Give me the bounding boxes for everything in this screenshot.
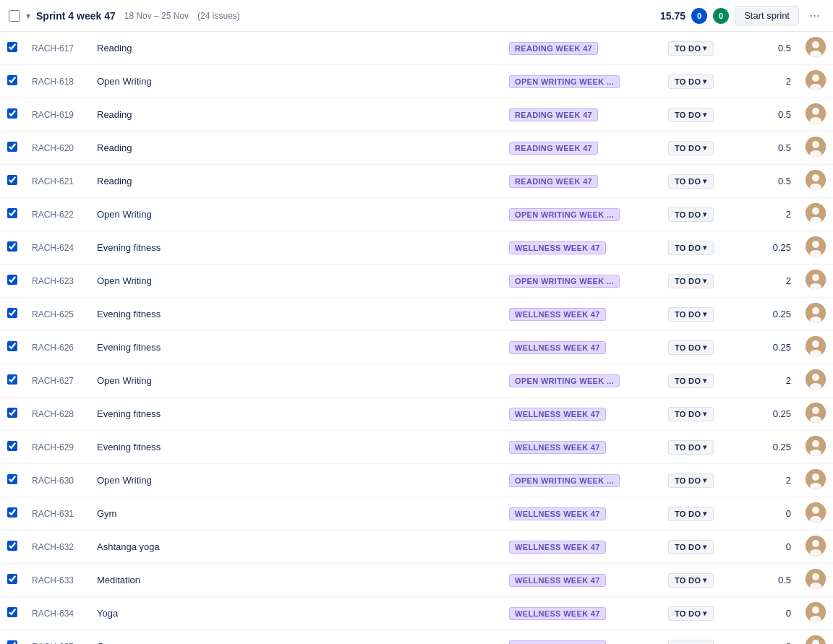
row-checkbox[interactable] (7, 507, 17, 518)
status-dropdown[interactable]: TO DO ▾ (668, 573, 714, 588)
issue-title[interactable]: Meditation (97, 575, 140, 585)
avatar[interactable] (806, 103, 826, 124)
issue-label[interactable]: READING WEEK 47 (509, 175, 598, 188)
issue-title[interactable]: Evening fitness (97, 442, 161, 452)
status-dropdown[interactable]: TO DO ▾ (668, 108, 714, 122)
status-dropdown[interactable]: TO DO ▾ (668, 606, 714, 621)
row-checkbox[interactable] (7, 108, 17, 119)
issue-label[interactable]: OPEN WRITING WEEK ... (509, 75, 620, 88)
issue-label[interactable]: READING WEEK 47 (509, 108, 598, 121)
status-dropdown[interactable]: TO DO ▾ (668, 440, 714, 455)
row-checkbox[interactable] (7, 275, 17, 285)
issue-status-cell: TO DO ▾ (661, 265, 748, 298)
issue-label[interactable]: WELLNESS WEEK 47 (509, 341, 606, 354)
status-dropdown[interactable]: TO DO ▾ (668, 340, 714, 355)
avatar[interactable] (806, 236, 826, 257)
avatar[interactable] (806, 170, 826, 190)
issue-title[interactable]: Open Writing (97, 275, 152, 286)
issue-title[interactable]: Ashtanga yoga (97, 541, 160, 552)
issue-title[interactable]: Evening fitness (97, 242, 161, 253)
issue-label[interactable]: WELLNESS WEEK 47 (509, 541, 606, 554)
row-checkbox[interactable] (7, 75, 17, 85)
avatar[interactable] (806, 502, 826, 523)
avatar[interactable] (806, 37, 826, 57)
status-dropdown[interactable]: TO DO ▾ (668, 374, 714, 388)
status-dropdown[interactable]: TO DO ▾ (668, 307, 714, 322)
status-dropdown[interactable]: TO DO ▾ (668, 174, 714, 189)
issue-title[interactable]: Reading (97, 109, 132, 120)
avatar[interactable] (806, 137, 826, 157)
issue-label[interactable]: WELLNESS WEEK 47 (509, 607, 606, 620)
avatar[interactable] (806, 270, 826, 290)
issue-label[interactable]: WELLNESS WEEK 47 (509, 640, 606, 645)
status-dropdown[interactable]: TO DO ▾ (668, 74, 714, 89)
sprint-collapse-icon[interactable]: ▾ (26, 11, 30, 21)
avatar[interactable] (806, 336, 826, 356)
avatar[interactable] (806, 369, 826, 390)
status-dropdown[interactable]: TO DO ▾ (668, 274, 714, 288)
issue-label[interactable]: OPEN WRITING WEEK ... (509, 275, 620, 288)
status-dropdown[interactable]: TO DO ▾ (668, 207, 714, 222)
status-dropdown[interactable]: TO DO ▾ (668, 407, 714, 421)
issue-title[interactable]: Yoga (97, 608, 118, 619)
row-checkbox[interactable] (7, 541, 17, 551)
avatar[interactable] (806, 602, 826, 622)
issue-label[interactable]: READING WEEK 47 (509, 42, 598, 55)
status-dropdown[interactable]: TO DO ▾ (668, 241, 714, 255)
status-dropdown[interactable]: TO DO ▾ (668, 41, 714, 56)
status-dropdown[interactable]: TO DO ▾ (668, 141, 714, 155)
issue-title[interactable]: Open Writing (97, 375, 152, 386)
issue-title[interactable]: Reading (97, 142, 132, 153)
avatar[interactable] (806, 635, 826, 644)
row-checkbox[interactable] (7, 241, 17, 252)
avatar[interactable] (806, 403, 826, 423)
issue-title[interactable]: Evening fitness (97, 309, 161, 319)
issue-label[interactable]: OPEN WRITING WEEK ... (509, 474, 620, 487)
issue-label[interactable]: WELLNESS WEEK 47 (509, 507, 606, 520)
issue-label[interactable]: WELLNESS WEEK 47 (509, 241, 606, 254)
avatar[interactable] (806, 469, 826, 489)
row-checkbox[interactable] (7, 374, 17, 385)
avatar[interactable] (806, 303, 826, 323)
avatar[interactable] (806, 70, 826, 90)
issue-label[interactable]: WELLNESS WEEK 47 (509, 408, 606, 421)
issue-title[interactable]: Open Writing (97, 475, 152, 486)
row-checkbox[interactable] (7, 408, 17, 418)
issue-label[interactable]: OPEN WRITING WEEK ... (509, 374, 620, 387)
status-dropdown[interactable]: TO DO ▾ (668, 640, 714, 645)
issue-label[interactable]: OPEN WRITING WEEK ... (509, 208, 620, 221)
avatar[interactable] (806, 203, 826, 223)
row-checkbox[interactable] (7, 142, 17, 152)
status-dropdown[interactable]: TO DO ▾ (668, 473, 714, 488)
row-checkbox[interactable] (7, 341, 17, 351)
row-checkbox[interactable] (7, 607, 17, 617)
row-checkbox[interactable] (7, 574, 17, 584)
issue-title[interactable]: Reading (97, 176, 132, 186)
issue-label[interactable]: WELLNESS WEEK 47 (509, 308, 606, 321)
row-checkbox[interactable] (7, 308, 17, 318)
avatar[interactable] (806, 536, 826, 556)
issue-title[interactable]: Open Writing (97, 209, 152, 220)
sprint-select-all[interactable] (9, 10, 20, 22)
start-sprint-button[interactable]: Start sprint (735, 6, 799, 25)
row-checkbox[interactable] (7, 640, 17, 644)
issue-title[interactable]: Evening fitness (97, 408, 161, 419)
row-checkbox[interactable] (7, 474, 17, 484)
issue-title[interactable]: Gym (97, 641, 116, 644)
more-options-button[interactable]: ··· (805, 7, 824, 25)
issue-label[interactable]: WELLNESS WEEK 47 (509, 574, 606, 587)
row-checkbox[interactable] (7, 441, 17, 451)
issue-title[interactable]: Gym (97, 508, 116, 519)
issue-label[interactable]: WELLNESS WEEK 47 (509, 441, 606, 454)
status-dropdown[interactable]: TO DO ▾ (668, 507, 714, 521)
avatar[interactable] (806, 569, 826, 589)
issue-title[interactable]: Reading (97, 43, 132, 53)
issue-title[interactable]: Evening fitness (97, 342, 161, 353)
row-checkbox[interactable] (7, 42, 17, 52)
status-dropdown[interactable]: TO DO ▾ (668, 540, 714, 554)
avatar[interactable] (806, 436, 826, 456)
row-checkbox[interactable] (7, 208, 17, 218)
issue-title[interactable]: Open Writing (97, 76, 152, 87)
row-checkbox[interactable] (7, 175, 17, 185)
issue-label[interactable]: READING WEEK 47 (509, 142, 598, 155)
